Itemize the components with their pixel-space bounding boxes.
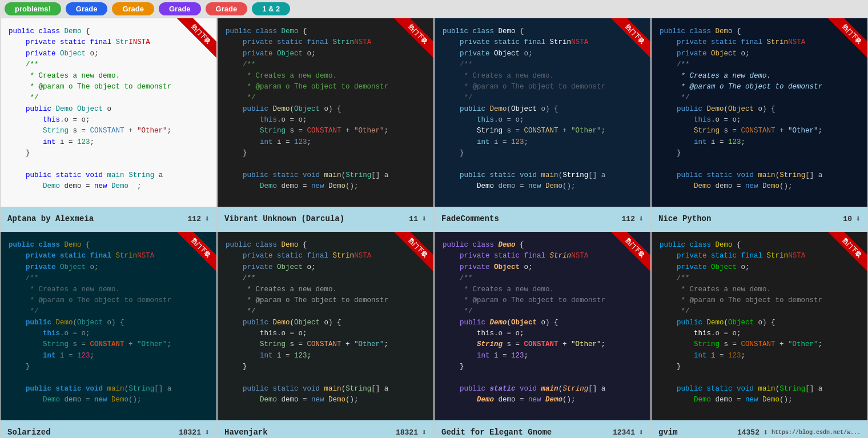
card-footer-4: Nice Python 10 ⬇ [652, 207, 867, 231]
download-icon-3[interactable]: ⬇ [638, 214, 644, 224]
hot-ribbon-5: 热门下载 [175, 232, 216, 274]
card-name-7: Gedit for Elegant Gnome [441, 428, 552, 437]
card-footer-5: Solarized 18321 ⬇ [1, 420, 216, 438]
card-name-2: Vibrant Unknown (Darcula) [224, 214, 344, 223]
card-count-5: 18321 ⬇ [179, 427, 210, 438]
card-name-6: Havenjark [224, 428, 268, 437]
grade-btn-4[interactable]: Grade [206, 2, 248, 15]
card-count-6: 18321 ⬇ [396, 427, 427, 438]
card-name-4: Nice Python [658, 214, 711, 223]
card-footer-1: Aptana by Alexmeia 112 ⬇ [1, 207, 216, 231]
ribbon-container-2: 热门下载 [388, 18, 433, 64]
card-count-3: 112 ⬇ [622, 214, 644, 224]
download-icon-7[interactable]: ⬇ [638, 427, 644, 438]
card-count-7: 12341 ⬇ [613, 427, 644, 438]
hot-ribbon-8: 热门下载 [826, 232, 867, 274]
theme-grid: 热门下载 public class Demo { private static … [0, 18, 868, 438]
download-icon-5[interactable]: ⬇ [204, 427, 210, 438]
hot-ribbon-7: 热门下载 [609, 232, 650, 274]
url-bar: https://blog.csdn.net/w... [771, 429, 861, 436]
grade-btn-5[interactable]: 1 & 2 [252, 2, 290, 15]
card-aptana: 热门下载 public class Demo { private static … [0, 18, 217, 231]
card-footer-7: Gedit for Elegant Gnome 12341 ⬇ [435, 420, 650, 438]
download-icon-4[interactable]: ⬇ [855, 214, 861, 224]
ribbon-container-1: 热门下载 [171, 18, 216, 64]
hot-ribbon-1: 热门下载 [175, 18, 216, 61]
card-count-2: 11 ⬇ [409, 214, 427, 224]
card-darcula: 热门下载 public class Demo { private static … [217, 18, 434, 231]
grade-btn-3[interactable]: Grade [159, 2, 201, 15]
hot-ribbon-4: 热门下载 [826, 18, 867, 61]
grade-btn-2[interactable]: Grade [112, 2, 154, 15]
ribbon-container-5: 热门下载 [171, 232, 216, 278]
card-nicepython: 热门下载 public class Demo { private static … [651, 18, 868, 231]
card-name-3: FadeComments [441, 214, 499, 223]
card-name-8: gvim [658, 428, 678, 437]
download-icon-8[interactable]: ⬇ [763, 427, 768, 438]
grade-btn-1[interactable]: Grade [66, 2, 108, 15]
ribbon-container-8: 热门下载 [822, 232, 867, 278]
card-footer-3: FadeComments 112 ⬇ [435, 207, 650, 231]
card-gedit: 热门下载 public class Demo { private static … [434, 231, 651, 438]
card-footer-8: gvim 14352 ⬇ https://blog.csdn.net/w... [652, 420, 867, 438]
download-icon-1[interactable]: ⬇ [204, 214, 210, 224]
hot-ribbon-2: 热门下载 [392, 18, 433, 61]
hot-ribbon-6: 热门下载 [392, 232, 433, 274]
card-count-8: 14352 ⬇ https://blog.csdn.net/w... [737, 427, 861, 438]
card-solarized: 热门下载 public class Demo { private static … [0, 231, 217, 438]
top-bar: problems! Grade Grade Grade Grade 1 & 2 [0, 0, 868, 18]
ribbon-container-7: 热门下载 [605, 232, 650, 278]
card-gvim: 热门下载 public class Demo { private static … [651, 231, 868, 438]
hot-ribbon-3: 热门下载 [609, 18, 650, 61]
card-name-5: Solarized [7, 428, 51, 437]
card-fadecomments: 热门下载 public class Demo { private static … [434, 18, 651, 231]
card-count-1: 112 ⬇ [188, 214, 210, 224]
ribbon-container-4: 热门下载 [822, 18, 867, 64]
download-icon-2[interactable]: ⬇ [421, 214, 427, 224]
card-count-4: 10 ⬇ [843, 214, 861, 224]
problems-btn[interactable]: problems! [5, 2, 61, 15]
ribbon-container-3: 热门下载 [605, 18, 650, 64]
card-footer-6: Havenjark 18321 ⬇ [218, 420, 433, 438]
card-name-1: Aptana by Alexmeia [7, 214, 94, 223]
download-icon-6[interactable]: ⬇ [421, 427, 427, 438]
ribbon-container-6: 热门下载 [388, 232, 433, 278]
card-havenjark: 热门下载 public class Demo { private static … [217, 231, 434, 438]
card-footer-2: Vibrant Unknown (Darcula) 11 ⬇ [218, 207, 433, 231]
